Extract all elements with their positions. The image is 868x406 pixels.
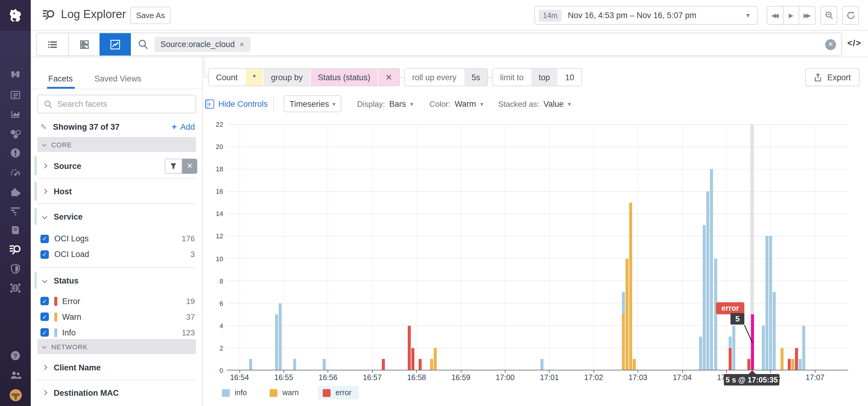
monitors-icon[interactable] [0,144,31,162]
zoom-out-button[interactable] [820,6,837,25]
warn-bar[interactable] [625,258,628,370]
count-label[interactable]: Count [209,69,245,86]
legend-item-warn[interactable]: warn [266,386,302,399]
time-play-button[interactable]: ▶ [783,7,799,24]
security-icon[interactable] [0,259,31,278]
error-bar[interactable] [747,359,750,370]
traces-icon[interactable] [0,201,31,220]
code-view-toggle[interactable]: </> [847,38,862,48]
facet-value-row-info[interactable]: ✓Info123 [31,325,203,340]
hide-controls-button[interactable]: ‹ Hide Controls [205,95,268,112]
facet-host[interactable]: Host [31,179,203,203]
info-bar[interactable] [323,359,326,370]
list-view-button[interactable] [37,33,68,56]
facet-value-row-oci-logs[interactable]: ✓OCI Logs176 [31,231,203,246]
help-icon[interactable]: ? [0,346,31,364]
warn-bar[interactable] [622,315,625,370]
group-by-label[interactable]: group by [263,69,310,86]
error-bar[interactable] [788,359,791,370]
log-explorer-icon[interactable] [0,240,31,258]
search-filter-chip[interactable]: Source:oracle_cloud × [154,37,250,52]
checkbox-checked[interactable]: ✓ [40,297,49,305]
datadog-logo[interactable] [0,0,31,31]
remove-group-by-icon[interactable]: ✕ [378,69,400,86]
chart-type-select[interactable]: Timeseries▾ [283,95,341,112]
infrastructure-icon[interactable] [0,124,31,143]
warn-bar[interactable] [433,348,436,370]
log-search-box[interactable]: Source:oracle_cloud × ✕ [36,33,842,56]
info-bar[interactable] [293,359,297,370]
info-bar[interactable] [703,225,706,370]
teams-icon[interactable] [0,366,31,384]
count-value[interactable]: * [245,69,263,86]
limit-value[interactable]: 10 [557,69,582,86]
apm-gauge-icon[interactable] [0,163,31,182]
error-bar[interactable] [408,326,411,370]
info-bar[interactable] [707,191,710,370]
tab-saved-views[interactable]: Saved Views [94,74,142,83]
facet-service[interactable]: Service [31,206,203,227]
facet-value-row-warn[interactable]: ✓Warn37 [31,310,203,324]
facet-value-row-oci-load[interactable]: ✓OCI Load3 [31,247,203,262]
user-avatar[interactable] [0,386,31,404]
add-facet-button[interactable]: Add [180,122,195,131]
info-bar[interactable] [714,258,717,370]
time-back-button[interactable]: ◀◀ [767,7,783,24]
chevron-down-icon[interactable]: ▾ [410,100,413,107]
checkbox-checked[interactable]: ✓ [40,312,49,321]
facet-source[interactable]: Source✕ [31,154,203,178]
clear-facet-filter-button[interactable]: ✕ [182,158,197,174]
info-bar[interactable] [710,169,713,370]
info-bar[interactable] [803,326,806,370]
legend-item-error[interactable]: error [318,386,359,399]
checkbox-checked[interactable]: ✓ [40,235,49,243]
display-select[interactable]: Bars [390,99,406,108]
color-select[interactable]: Warm [455,99,476,108]
timeseries-plot[interactable] [227,124,848,370]
facet-destination-mac[interactable]: Destination MAC [31,382,203,404]
time-forward-button[interactable]: ▶▶ [799,7,815,24]
group-by-value[interactable]: Status (status) [310,69,378,86]
facet-value-row-error[interactable]: ✓Error19 [31,294,203,308]
time-range-picker[interactable]: 14m Nov 16, 4:53 pm – Nov 16, 5:07 pm ▼ [534,6,757,25]
info-bar[interactable] [275,315,278,370]
warn-bar[interactable] [430,359,433,370]
limit-mode[interactable]: top [531,69,557,86]
clear-search-button[interactable]: ✕ [825,39,836,50]
info-bar[interactable] [279,303,282,370]
filter-facet-button[interactable] [165,158,182,174]
info-bar[interactable] [773,292,776,370]
integrations-icon[interactable] [0,183,31,201]
error-bar[interactable] [382,359,385,370]
highlighted-error-bar[interactable] [751,315,754,370]
info-bar[interactable] [732,326,735,370]
checkbox-checked[interactable]: ✓ [40,328,49,337]
warn-bar[interactable] [629,203,632,370]
export-button[interactable]: Export [805,68,860,86]
checkbox-checked[interactable]: ✓ [40,250,49,258]
info-bar[interactable] [799,359,802,370]
chevron-down-icon[interactable]: ▾ [568,100,571,107]
info-bar[interactable] [762,326,765,370]
warn-bar[interactable] [780,348,783,370]
remove-filter-icon[interactable]: × [240,40,244,49]
facet-client-name[interactable]: Client Name [31,356,203,378]
info-bar[interactable] [699,337,702,370]
error-bar[interactable] [418,359,422,370]
synthetics-icon[interactable] [0,279,31,297]
info-bar[interactable] [728,337,732,348]
info-bar[interactable] [622,292,625,314]
metrics-icon[interactable] [0,105,31,123]
info-bar[interactable] [540,359,544,370]
error-bar[interactable] [795,348,798,370]
notebooks-icon[interactable] [0,221,31,239]
timeseries-view-button[interactable] [99,33,131,56]
events-icon[interactable] [0,86,31,104]
facet-status[interactable]: Status [31,270,203,291]
error-bar[interactable] [728,348,732,370]
refresh-button[interactable] [842,6,859,25]
facet-section-header-network[interactable]: NETWORK [37,339,196,354]
info-bar[interactable] [766,236,769,370]
rollup-value[interactable]: 5s [464,69,488,86]
chevron-down-icon[interactable]: ▾ [480,100,483,107]
